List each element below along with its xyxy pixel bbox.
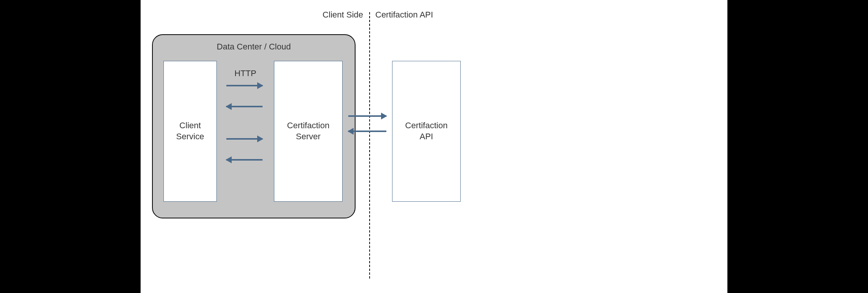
node-certifaction-server: Certifaction Server bbox=[274, 61, 343, 202]
node-certifaction-api-label: Certifaction API bbox=[405, 120, 447, 142]
node-certifaction-server-label: Certifaction Server bbox=[287, 120, 329, 142]
node-certifaction-api: Certifaction API bbox=[392, 61, 461, 202]
data-center-title: Data Center / Cloud bbox=[153, 42, 355, 52]
diagram-page: Client Side Certifaction API Data Center… bbox=[0, 0, 868, 293]
label-client-side: Client Side bbox=[323, 10, 363, 20]
label-certifaction-api: Certifaction API bbox=[375, 10, 433, 20]
node-client-service-label: Client Service bbox=[176, 120, 204, 142]
label-http: HTTP bbox=[217, 68, 274, 78]
vertical-divider bbox=[369, 12, 370, 279]
node-client-service: Client Service bbox=[163, 61, 217, 202]
diagram-canvas: Client Side Certifaction API Data Center… bbox=[141, 0, 727, 293]
